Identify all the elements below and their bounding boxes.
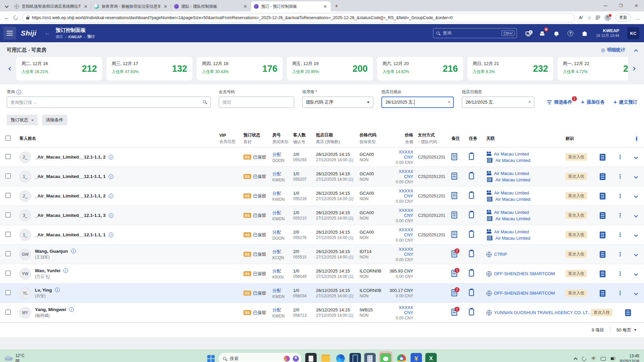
query-input[interactable]	[7, 97, 211, 108]
col-rate-code[interactable]: 价格代码	[360, 132, 389, 138]
tasks-clipboard-icon[interactable]	[469, 153, 474, 160]
row-menu-icon[interactable]: ⋮	[618, 154, 623, 160]
linked-profile-link[interactable]: OFF-SHENZHEN SMARTCOM	[486, 271, 566, 277]
row-checkbox[interactable]	[5, 212, 11, 218]
col-room[interactable]: 房号	[272, 132, 293, 138]
breadcrumb-property[interactable]: KWEAP	[68, 35, 82, 39]
notes-icon[interactable]	[451, 212, 457, 219]
notes-icon[interactable]	[451, 192, 457, 199]
reservation-row[interactable]: 1_ _Air_Macau_Limited__12.1-1.1, 1 i RS …	[0, 225, 644, 245]
assign-room-link[interactable]: 分配	[272, 307, 293, 313]
row-checkbox[interactable]	[5, 173, 11, 179]
tab-close-icon[interactable]: ✕	[243, 4, 248, 9]
row-checkbox[interactable]	[5, 232, 11, 237]
guest-name-link[interactable]: _Air_Macau_Limited__12.1-1.1, 3	[35, 213, 106, 218]
notes-icon[interactable]	[451, 231, 457, 238]
taskbar-search-box[interactable]: 搜索	[218, 352, 302, 362]
chrome-icon[interactable]	[396, 353, 407, 362]
collapse-summary-icon[interactable]	[635, 47, 637, 53]
row-checkbox[interactable]	[5, 251, 11, 256]
tasks-clipboard-icon[interactable]	[469, 270, 474, 277]
col-flag[interactable]: 标识	[566, 136, 598, 141]
col-links[interactable]: 关联	[486, 136, 566, 141]
registration-card-icon[interactable]	[600, 173, 605, 180]
filter-conditions-button[interactable]: 筛选条件 1	[547, 99, 572, 105]
browser-tab[interactable]: 预订 - 预订控制面板 ✕	[251, 1, 331, 11]
arrival-to-input[interactable]: 26/12/2025 五.	[462, 97, 534, 108]
col-price[interactable]: 价格	[389, 132, 413, 138]
guest-name-link[interactable]: _Air_Macau_Limited__12.1-1.1, 1	[35, 174, 106, 179]
row-menu-icon[interactable]: ⋮	[618, 270, 623, 277]
tasks-clipboard-icon[interactable]	[469, 173, 474, 179]
carousel-next-icon[interactable]	[630, 67, 637, 70]
expand-row-chevron-icon[interactable]	[635, 232, 637, 237]
price-link[interactable]: 300.17 CNY	[389, 288, 413, 293]
tasks-clipboard-icon[interactable]	[469, 192, 474, 199]
notes-icon[interactable]	[451, 173, 457, 180]
linked-profile-link[interactable]: YUNNAN GUOSHUN TRAVEL AGENCY CO. LT...	[486, 310, 591, 315]
browser-menu-icon[interactable]: …	[635, 15, 640, 20]
guest-info-icon[interactable]: i	[109, 194, 113, 198]
property-info[interactable]: KWEAP 16 12月 13:44	[596, 28, 619, 38]
guest-info-icon[interactable]: i	[109, 233, 113, 237]
availability-card[interactable]: 周二, 12月 16 入住率 16.21% 212	[16, 57, 102, 80]
clear-date-icon[interactable]: ×	[528, 99, 531, 105]
edge-icon[interactable]	[335, 353, 346, 362]
linked-profile-link[interactable]: CTRIP	[486, 252, 566, 257]
notes-icon[interactable]: 1	[451, 309, 457, 316]
excel-icon[interactable]: X	[425, 353, 437, 362]
registration-card-icon[interactable]	[600, 290, 605, 297]
guest-name-link[interactable]: _Air_Macau_Limited__12.1-1.1, 1	[35, 232, 106, 237]
row-menu-icon[interactable]: ⋮	[618, 193, 623, 199]
browser-update-button[interactable]: 更新	[615, 13, 631, 22]
add-task-button[interactable]: + 添加任务	[581, 99, 605, 106]
linked-profile-link[interactable]: Air Macau Limited	[486, 209, 566, 215]
registration-card-icon[interactable]	[600, 193, 605, 199]
column-settings-gear-icon[interactable]	[636, 136, 637, 142]
refresh-icon[interactable]	[12, 14, 18, 20]
select-all-checkbox[interactable]	[5, 135, 11, 141]
reservation-row[interactable]: 2_ _Air_Macau_Limited__12.1-1.1, 2 i RS …	[0, 186, 644, 206]
create-reservation-button[interactable]: + 建立预订	[613, 99, 637, 106]
page-size-select[interactable]: 50 每页	[616, 327, 637, 333]
start-button-icon[interactable]	[207, 355, 215, 362]
notepad-icon[interactable]	[305, 353, 317, 362]
notifications-bell-icon[interactable]	[553, 30, 560, 37]
reservation-row[interactable]: 2_ _Air_Macau_Limited__12.1-1.1, 2 i RS …	[0, 147, 644, 167]
linked-profile-link[interactable]: Air Macau Limited	[486, 235, 566, 241]
guest-info-icon[interactable]: i	[109, 174, 113, 179]
member-number-input[interactable]	[219, 97, 294, 108]
workstation-icon[interactable]: ×	[525, 30, 532, 37]
linked-profile-link[interactable]: Air Macau Limited	[486, 151, 566, 157]
expand-row-chevron-icon[interactable]	[635, 193, 637, 198]
row-checkbox[interactable]	[5, 193, 11, 198]
hidden-icons-chevron-icon[interactable]	[574, 357, 578, 361]
browser-profile-avatar[interactable]	[604, 14, 611, 21]
row-menu-icon[interactable]: ⋮	[618, 251, 623, 257]
guest-info-icon[interactable]: i	[55, 288, 60, 292]
availability-card[interactable]: 周五, 12月 19 入住率 20.95% 200	[287, 57, 373, 80]
availability-card[interactable]: 周日, 12月 21 入住率 8.3% 232	[467, 57, 553, 80]
price-link[interactable]: XXXXX CNY	[389, 149, 413, 160]
wechat-active-highlight[interactable]	[379, 351, 392, 362]
sync-icon[interactable]	[581, 356, 587, 362]
assign-room-link[interactable]: 分配	[272, 210, 293, 216]
guest-name-link[interactable]: Yang, Mingwei	[35, 307, 66, 312]
expand-row-chevron-icon[interactable]	[635, 252, 637, 257]
browser-tab[interactable]: 旅客查询 - 紫楠旅宿业治安信息管 ✕	[91, 1, 171, 11]
back-icon[interactable]: ←	[4, 15, 9, 21]
row-checkbox[interactable]	[5, 270, 11, 276]
reservation-row[interactable]: MY Yang, Mingwei i (杨明威) RS 已保留 分配 KWDN	[0, 303, 644, 322]
col-status[interactable]: 预订状态	[244, 132, 272, 138]
row-checkbox[interactable]	[5, 309, 11, 315]
global-search-input[interactable]: 查询 Ctrl+/	[433, 28, 517, 38]
status-filter-chip[interactable]: 预订状态 ×	[7, 115, 38, 125]
clear-filters-button[interactable]: 清除条件	[42, 115, 67, 125]
speaker-icon[interactable]	[611, 357, 613, 360]
tax-app-icon[interactable]: ¥	[411, 353, 422, 362]
favorite-star-icon[interactable]: ☆	[587, 15, 591, 20]
linked-profile-link[interactable]: Air Macau Limited	[486, 190, 566, 195]
guest-name-link[interactable]: Lv, Ying	[35, 288, 52, 293]
detail-stats-link[interactable]: ◎ 明细统计	[601, 47, 625, 53]
col-arrival[interactable]: 抵店日期	[316, 132, 360, 138]
